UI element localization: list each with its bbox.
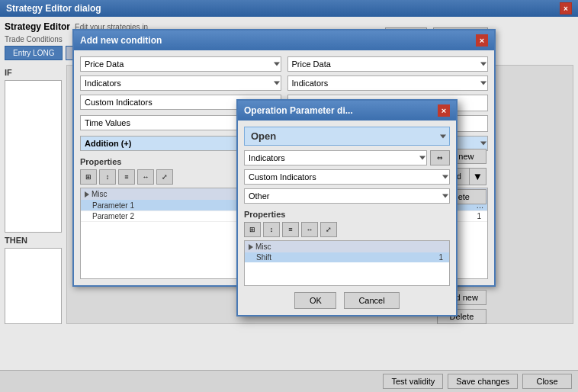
open-select-wrapper: Open <box>244 127 450 146</box>
add-condition-title: Add new condition <box>80 35 162 46</box>
op-param-value-shift: 1 <box>438 253 443 262</box>
param-value-2: 1 <box>477 212 481 220</box>
op-grid-icon-btn[interactable]: ⊞ <box>244 222 261 237</box>
arrows-icon-btn[interactable]: ↔ <box>137 169 154 185</box>
op-indicators-wrapper: Indicators <box>244 150 427 165</box>
open-select[interactable]: Open <box>244 127 450 146</box>
op-sort-icon-btn[interactable]: ↕ <box>263 222 280 237</box>
list-icon-btn[interactable]: ≡ <box>118 169 135 185</box>
strategy-editor-titlebar: Strategy Editor dialog × <box>0 0 578 17</box>
price-data-left-select[interactable]: Price Data <box>80 56 281 72</box>
op-bottom-buttons: OK Cancel <box>244 292 450 309</box>
op-param-close-btn[interactable]: × <box>438 104 450 117</box>
op-properties-label: Properties <box>244 210 450 219</box>
tab-entry-long[interactable]: Entry LONG <box>5 46 63 60</box>
indicators-right-wrapper: Indicators <box>287 76 489 91</box>
op-other-wrapper: Other <box>244 188 450 204</box>
op-arrows-icon-btn[interactable]: ↔ <box>301 222 318 237</box>
condition-row-1: Price Data Price Data <box>80 56 488 72</box>
sort-icon-btn[interactable]: ↕ <box>99 169 116 185</box>
test-validity-btn[interactable]: Test validity <box>383 374 443 389</box>
expand-icon-btn[interactable]: ⤢ <box>156 169 173 185</box>
op-list-icon-btn[interactable]: ≡ <box>282 222 299 237</box>
then-label: THEN <box>5 236 62 245</box>
strategy-editor-close-btn[interactable]: × <box>560 2 572 14</box>
indicators-right-select[interactable]: Indicators <box>287 76 489 91</box>
add-condition-titlebar: Add new condition × <box>74 31 494 50</box>
quick-add-arrow-btn[interactable]: ▼ <box>470 168 486 185</box>
op-param-dialog: Operation Parameter di... × Open Indicat… <box>236 99 458 316</box>
indicators-row: Indicators ⇔ <box>244 150 450 165</box>
misc-label: Misc <box>92 190 108 198</box>
op-properties-table: Misc Shift 1 <box>244 240 450 286</box>
op-param-title: Operation Parameter di... <box>244 105 353 116</box>
op-custom-indicators-wrapper: Custom Indicators <box>244 169 450 185</box>
op-param-titlebar: Operation Parameter di... × <box>238 101 456 120</box>
op-misc-label: Misc <box>255 243 271 251</box>
price-data-right-select[interactable]: Price Data <box>287 56 489 72</box>
op-custom-indicators-select[interactable]: Custom Indicators <box>244 169 450 185</box>
op-misc-header: Misc <box>245 241 449 252</box>
triangle-icon <box>85 191 89 198</box>
strategy-editor-heading: Strategy Editor <box>5 21 70 32</box>
close-btn[interactable]: Close <box>522 374 572 389</box>
op-expand-icon-btn[interactable]: ⤢ <box>320 222 337 237</box>
condition-row-2: Indicators Indicators <box>80 76 488 91</box>
save-changes-btn[interactable]: Save changes <box>448 374 518 389</box>
op-cancel-btn[interactable]: Cancel <box>344 292 399 309</box>
bottom-bar: Test validity Save changes Close <box>0 370 578 392</box>
price-data-right-wrapper: Price Data <box>287 56 489 72</box>
op-param-name-shift: Shift <box>256 253 438 262</box>
add-condition-close-btn[interactable]: × <box>476 34 488 47</box>
swap-icon-btn[interactable]: ⇔ <box>430 150 450 165</box>
op-other-select[interactable]: Other <box>244 188 450 204</box>
grid-icon-btn[interactable]: ⊞ <box>80 169 97 185</box>
if-label: IF <box>5 68 62 77</box>
indicators-left-select[interactable]: Indicators <box>80 76 281 91</box>
op-properties-section: Properties ⊞ ↕ ≡ ↔ ⤢ Misc Shift 1 <box>244 210 450 286</box>
indicators-left-wrapper: Indicators <box>80 76 281 91</box>
strategy-editor-title: Strategy Editor dialog <box>6 3 101 14</box>
op-param-row-shift[interactable]: Shift 1 <box>245 252 449 262</box>
price-data-left-wrapper: Price Data <box>80 56 281 72</box>
op-icon-toolbar: ⊞ ↕ ≡ ↔ ⤢ <box>244 222 450 237</box>
op-indicators-select[interactable]: Indicators <box>244 150 427 165</box>
op-triangle-icon <box>249 244 253 250</box>
op-dialog-body: Open Indicators ⇔ Custom Indicators O <box>238 120 456 315</box>
op-ok-btn[interactable]: OK <box>294 292 336 309</box>
